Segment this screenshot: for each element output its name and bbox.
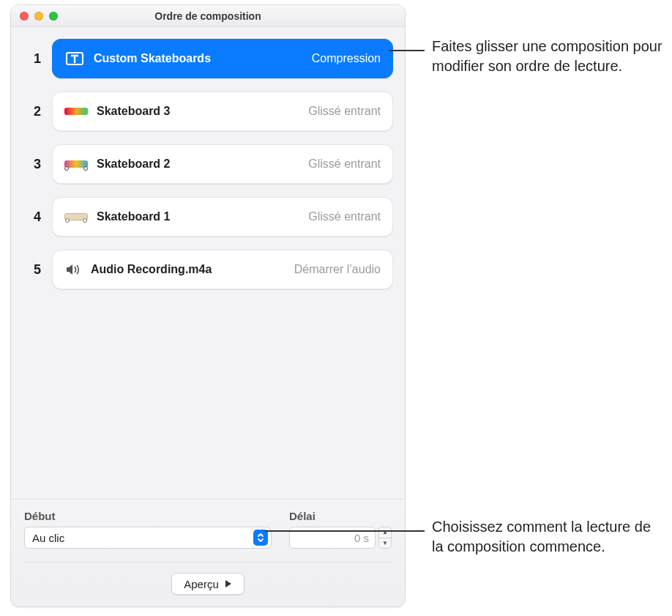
build-item[interactable]: Audio Recording.m4a Démarrer l’audio (52, 250, 393, 289)
audio-icon (64, 263, 82, 276)
build-item[interactable]: Skateboard 1 Glissé entrant (52, 197, 393, 237)
build-item-label: Custom Skateboards (94, 52, 303, 65)
window-title: Ordre de composition (11, 10, 405, 22)
build-item-label: Skateboard 2 (97, 157, 299, 171)
start-label: Début (24, 510, 272, 522)
thumbnail-icon (64, 108, 88, 115)
build-row: 5 Audio Recording.m4a Démarrer l’audio (23, 250, 393, 289)
text-frame-icon (64, 52, 85, 65)
callout-leader (389, 50, 425, 51)
build-item[interactable]: Skateboard 3 Glissé entrant (52, 92, 393, 131)
footer-panel: Début Au clic Délai 0 s (11, 499, 405, 606)
divider (24, 562, 392, 563)
callout-top: Faites glisser une composition pour modi… (432, 37, 666, 76)
row-number: 5 (23, 262, 52, 278)
preview-label: Aperçu (184, 578, 219, 590)
row-number: 4 (23, 209, 52, 225)
titlebar: Ordre de composition (11, 5, 405, 27)
row-number: 2 (23, 104, 52, 119)
build-item[interactable]: Custom Skateboards Compression (52, 39, 393, 78)
callout-bottom: Choisissez comment la lecture de la comp… (432, 517, 666, 557)
build-row: 2 Skateboard 3 Glissé entrant (23, 92, 393, 131)
thumbnail-icon (64, 213, 88, 220)
build-item[interactable]: Skateboard 2 Glissé entrant (52, 144, 393, 184)
build-list: 1 Custom Skateboards Compression 2 Skate… (11, 27, 405, 499)
build-item-label: Skateboard 3 (97, 105, 299, 118)
build-row: 4 Skateboard 1 Glissé entrant (23, 197, 393, 237)
build-item-effect: Glissé entrant (308, 105, 381, 118)
footer-controls: Début Au clic Délai 0 s (24, 510, 392, 549)
chevron-up-icon[interactable]: ▲ (379, 527, 391, 538)
delay-value: 0 s (354, 532, 369, 544)
row-number: 1 (23, 51, 52, 67)
build-row: 1 Custom Skateboards Compression (23, 39, 393, 78)
play-icon (225, 578, 232, 590)
start-control: Début Au clic (24, 510, 272, 549)
preview-row: Aperçu (24, 573, 392, 595)
close-icon[interactable] (20, 12, 29, 21)
build-row: 3 Skateboard 2 Glissé entrant (23, 144, 393, 184)
build-item-effect: Compression (312, 52, 381, 65)
build-item-effect: Démarrer l’audio (294, 263, 381, 276)
row-number: 3 (23, 157, 52, 172)
chevron-down-icon[interactable]: ▼ (379, 538, 391, 549)
thumbnail-icon (64, 160, 88, 168)
chevrons-icon (253, 530, 268, 546)
traffic-lights (11, 12, 58, 21)
zoom-icon[interactable] (49, 12, 58, 21)
start-value: Au clic (32, 532, 64, 544)
minimize-icon[interactable] (34, 12, 43, 21)
build-item-label: Skateboard 1 (97, 210, 299, 223)
delay-label: Délai (289, 510, 392, 522)
start-select[interactable]: Au clic (24, 527, 272, 549)
build-item-effect: Glissé entrant (308, 210, 381, 223)
preview-button[interactable]: Aperçu (171, 573, 244, 595)
build-item-effect: Glissé entrant (308, 157, 381, 171)
callout-leader (265, 530, 425, 532)
build-item-label: Audio Recording.m4a (91, 263, 285, 276)
build-order-window: Ordre de composition 1 Custom Skateboard… (10, 4, 406, 607)
delay-control: Délai 0 s ▲ ▼ (289, 510, 392, 549)
